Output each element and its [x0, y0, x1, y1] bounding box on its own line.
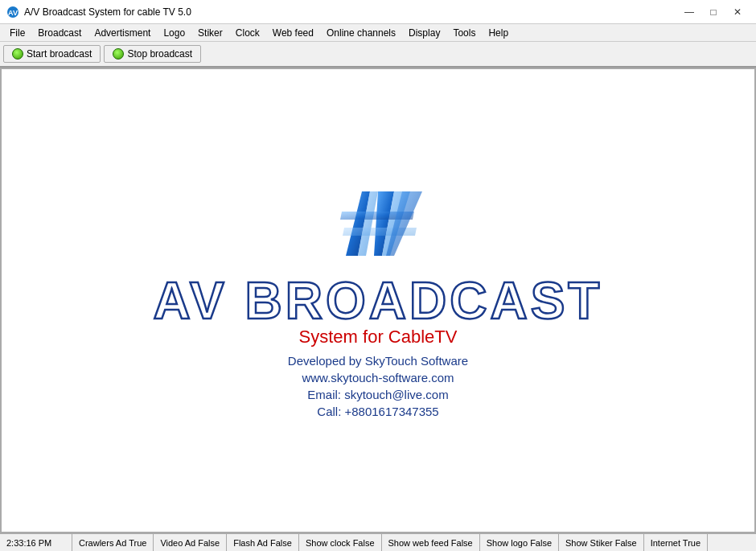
status-time: 2:33:16 PM — [0, 534, 72, 551]
main-content: AV BROADCAST System for CableTV Develope… — [0, 68, 756, 533]
toolbar: Start broadcast Stop broadcast — [0, 42, 756, 68]
status-bar: 2:33:16 PM Crawlers Ad True Video Ad Fal… — [0, 533, 756, 551]
developed-by-label: Developed by SkyTouch Software — [288, 354, 468, 368]
app-title: A/V Broadcast System for cable TV 5.0 — [24, 6, 191, 18]
status-flash: Flash Ad False — [227, 534, 299, 551]
status-clock: Show clock False — [299, 534, 382, 551]
close-button[interactable]: ✕ — [725, 4, 750, 20]
maximize-button[interactable]: □ — [701, 4, 725, 20]
status-webfeed: Show web feed False — [382, 534, 480, 551]
status-crawlers: Crawlers Ad True — [72, 534, 154, 551]
minimize-button[interactable]: — — [677, 4, 701, 20]
website-label: www.skytouch-software.com — [302, 371, 454, 384]
menu-webfeed[interactable]: Web feed — [266, 26, 320, 40]
menu-stiker[interactable]: Stiker — [191, 26, 229, 40]
menu-onlinechannels[interactable]: Online channels — [320, 26, 402, 40]
av-broadcast-title: AV BROADCAST — [154, 275, 603, 327]
stop-broadcast-button[interactable]: Stop broadcast — [104, 45, 201, 63]
title-bar: AV A/V Broadcast System for cable TV 5.0… — [0, 0, 756, 24]
email-label: Email: skytouch@live.com — [307, 388, 448, 401]
system-for-label: System for CableTV — [299, 327, 458, 347]
title-bar-left: AV A/V Broadcast System for cable TV 5.0 — [6, 6, 191, 19]
menu-tools[interactable]: Tools — [446, 26, 482, 40]
stop-broadcast-label: Stop broadcast — [127, 48, 192, 60]
status-internet: Internet True — [644, 534, 708, 551]
menu-bar: File Broadcast Advertisment Logo Stiker … — [0, 24, 756, 42]
window-controls: — □ ✕ — [677, 4, 750, 20]
menu-display[interactable]: Display — [402, 26, 446, 40]
status-stiker: Show Stiker False — [559, 534, 644, 551]
svg-text:AV: AV — [8, 9, 18, 17]
app-icon: AV — [6, 6, 19, 19]
start-broadcast-label: Start broadcast — [27, 48, 92, 60]
menu-advertisment[interactable]: Advertisment — [88, 26, 157, 40]
menu-broadcast[interactable]: Broadcast — [31, 26, 88, 40]
start-indicator — [12, 48, 23, 60]
menu-file[interactable]: File — [3, 26, 31, 40]
call-label: Call: +8801617347355 — [317, 405, 438, 418]
status-logo: Show logo False — [480, 534, 559, 551]
start-broadcast-button[interactable]: Start broadcast — [3, 45, 101, 63]
logo-container: AV BROADCAST System for CableTV Develope… — [154, 167, 603, 418]
menu-logo[interactable]: Logo — [157, 26, 191, 40]
menu-clock[interactable]: Clock — [229, 26, 266, 40]
status-video: Video Ad False — [154, 534, 227, 551]
menu-help[interactable]: Help — [482, 26, 515, 40]
stop-indicator — [113, 48, 124, 60]
av-logo — [298, 167, 458, 272]
